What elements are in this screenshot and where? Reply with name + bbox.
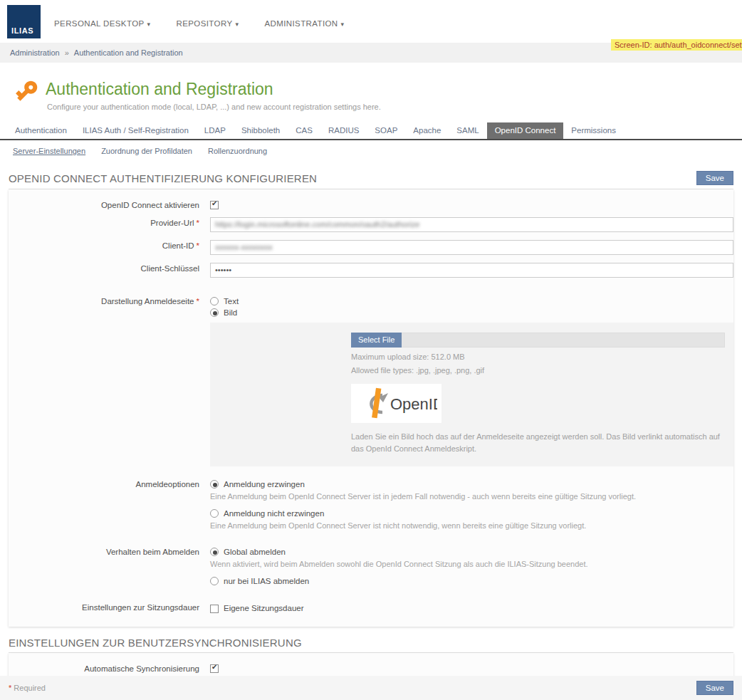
tab-ldap[interactable]: LDAP [197,122,234,139]
subtab-zuordnung-profildaten[interactable]: Zuordnung der Profildaten [101,147,192,155]
password-dots: •••••• [215,266,231,274]
field-label: Verhalten beim Abmelden [17,546,199,556]
radio-anmeldung-erzwingen[interactable] [210,480,219,489]
help-text: Eine Anmeldung beim OpenId Connect Serve… [210,521,733,532]
tab-ilias-auth-self-registration[interactable]: ILIAS Auth / Self-Registration [75,122,197,139]
form-row-client-secret: Client-Schlüssel •••••• [9,258,733,281]
field-label: Client-Schlüssel [17,263,199,273]
form-row-sitzungsdauer: Einstellungen zur Sitzungsdauer Eigene S… [9,597,733,620]
oidc-active-checkbox[interactable]: ✔ [210,201,219,209]
top-navigation-bar: ILIAS PERSONAL DESKTOP▾ REPOSITORY▾ ADMI… [0,0,742,43]
tab-saml[interactable]: SAML [449,122,486,139]
menu-repository[interactable]: REPOSITORY▾ [176,19,239,28]
field-label: Anmeldeoptionen [17,479,199,489]
caret-down-icon: ▾ [341,21,345,28]
form-row-anmeldeoptionen: Anmeldeoptionen Anmeldung erzwingen Eine… [9,474,733,542]
tab-apache[interactable]: Apache [405,122,449,139]
subtab-server-einstellungen[interactable]: Server-Einstellungen [13,147,85,155]
openid-logo: OpenID [351,384,441,423]
tab-authentication[interactable]: Authentication [7,122,75,139]
radio-bild[interactable] [210,308,219,317]
radio-global-abmelden[interactable] [210,548,219,556]
menu-label: PERSONAL DESKTOP [54,19,145,28]
tab-permissions[interactable]: Permissions [563,122,624,139]
upload-description: Laden Sie ein Bild hoch das auf der Anme… [351,431,725,455]
form-row-provider-url: Provider-Url* https://login.microsoftonl… [9,213,733,236]
client-secret-input[interactable]: •••••• [210,263,733,278]
radio-label: Global abmelden [224,548,286,556]
tab-bar: Authentication ILIAS Auth / Self-Registr… [0,122,742,140]
radio-label: Anmeldung erzwingen [224,480,305,489]
section-title: EINSTELLUNGEN ZUR BENUTZERSYNCHRONISIERU… [9,637,302,649]
ilias-admin-page: ILIAS PERSONAL DESKTOP▾ REPOSITORY▾ ADMI… [0,0,742,700]
breadcrumb-separator: » [65,48,69,57]
main-menu: PERSONAL DESKTOP▾ REPOSITORY▾ ADMINISTRA… [54,19,344,28]
image-upload-panel: Select File Maximum upload size: 512.0 M… [210,323,733,466]
help-text: Wenn aktiviert, wird beim Abmelden sowoh… [210,559,733,570]
form-row-client-id: Client-ID* xxxxxx-xxxxxxxx [9,236,733,258]
field-label: Client-ID* [17,240,199,250]
breadcrumb-link-administration[interactable]: Administration [10,48,60,57]
screen-id-badge: Screen-ID: auth/auth_oidconnect/settings [611,39,742,51]
radio-label: Text [224,297,239,305]
auto-sync-checkbox[interactable]: ✔ [210,664,219,673]
page-title: Authentication and Registration [46,80,733,99]
key-icon [14,78,40,107]
menu-label: REPOSITORY [176,19,232,28]
check-icon: ✔ [211,199,217,207]
checkbox-label: Eigene Sitzungsdauer [224,604,304,612]
form-row-abmelden: Verhalten beim Abmelden Global abmelden … [9,542,733,592]
svg-text:OpenID: OpenID [390,395,437,413]
select-file-button[interactable]: Select File [351,333,402,348]
eigene-sitzungsdauer-checkbox[interactable] [210,605,219,613]
section-header-benutzersync: EINSTELLUNGEN ZUR BENUTZERSYNCHRONISIERU… [9,637,733,653]
radio-ilias-abmelden[interactable] [210,577,219,585]
menu-label: ADMINISTRATION [264,19,338,28]
tab-cas[interactable]: CAS [288,122,320,139]
field-label: Provider-Url* [17,217,199,227]
radio-label: Bild [224,308,237,317]
ilias-logo-text: ILIAS [11,26,33,35]
provider-url-input[interactable]: https://login.microsoftonline.com/common… [210,217,733,232]
subtab-rollenzuordnung[interactable]: Rollenzuordnung [208,147,267,155]
radio-label: nur bei ILIAS abmelden [224,577,309,585]
tab-shibboleth[interactable]: Shibboleth [234,122,288,139]
required-marker: * [197,297,199,305]
caret-down-icon: ▾ [147,21,151,28]
menu-personal-desktop[interactable]: PERSONAL DESKTOP▾ [54,19,150,28]
field-label: Automatische Synchronisierung [17,663,199,673]
tab-soap[interactable]: SOAP [367,122,405,139]
oidc-config-form: OpenID Connect aktivieren ✔ Provider-Url… [9,189,733,627]
tab-radius[interactable]: RADIUS [320,122,367,139]
field-label: Darstellung Anmeldeseite* [17,296,199,305]
menu-administration[interactable]: ADMINISTRATION▾ [264,19,344,28]
redacted-value: https://login.microsoftonline.com/common… [215,220,419,229]
check-icon: ✔ [211,663,217,671]
radio-anmeldung-nicht-erzwingen[interactable] [210,509,219,518]
required-marker: * [9,684,11,692]
help-text: Eine Anmeldung beim OpenId Connect Serve… [210,491,733,503]
client-id-input[interactable]: xxxxxx-xxxxxxxx [210,240,733,255]
radio-text[interactable] [210,297,219,305]
required-marker: * [197,219,199,227]
caret-down-icon: ▾ [235,21,239,28]
form-row-darstellung: Darstellung Anmeldeseite* Text Bild Sele… [9,291,733,470]
section-title: OPENID CONNECT AUTHENTIFIZIERUNG KONFIGU… [9,172,317,184]
required-note: * Required [9,684,46,692]
field-label: Einstellungen zur Sitzungsdauer [17,602,199,612]
page-header: Authentication and Registration Configur… [0,63,742,122]
tab-openid-connect[interactable]: OpenID Connect [487,122,564,139]
required-marker: * [197,241,199,250]
form-footer: * Required Save [0,676,742,700]
save-button-bottom[interactable]: Save [696,681,733,695]
breadcrumb-link-auth-registration[interactable]: Authentication and Registration [74,48,183,57]
upload-max-size: Maximum upload size: 512.0 MB [351,352,725,361]
main-content: OPENID CONNECT AUTHENTIFIZIERUNG KONFIGU… [0,171,742,700]
save-button-top[interactable]: Save [696,171,733,185]
radio-label: Anmeldung nicht erzwingen [224,509,324,518]
field-label: OpenID Connect aktivieren [17,199,199,209]
redacted-value: xxxxxx-xxxxxxxx [215,243,273,251]
ilias-logo[interactable]: ILIAS [7,5,41,38]
sub-tab-bar: Server-Einstellungen Zuordnung der Profi… [0,140,742,161]
page-subtitle: Configure your authentication mode (loca… [47,103,733,111]
